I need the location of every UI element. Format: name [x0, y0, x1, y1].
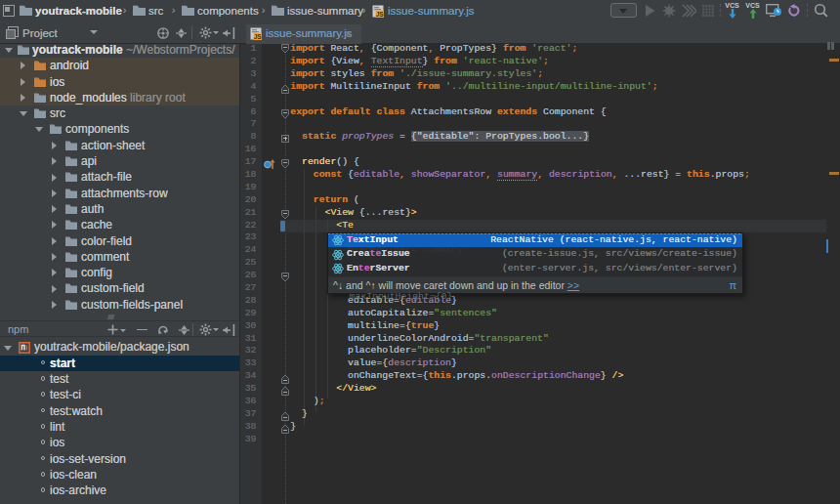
svg-text:JS: JS — [376, 11, 384, 18]
svg-text:JS: JS — [254, 33, 262, 40]
